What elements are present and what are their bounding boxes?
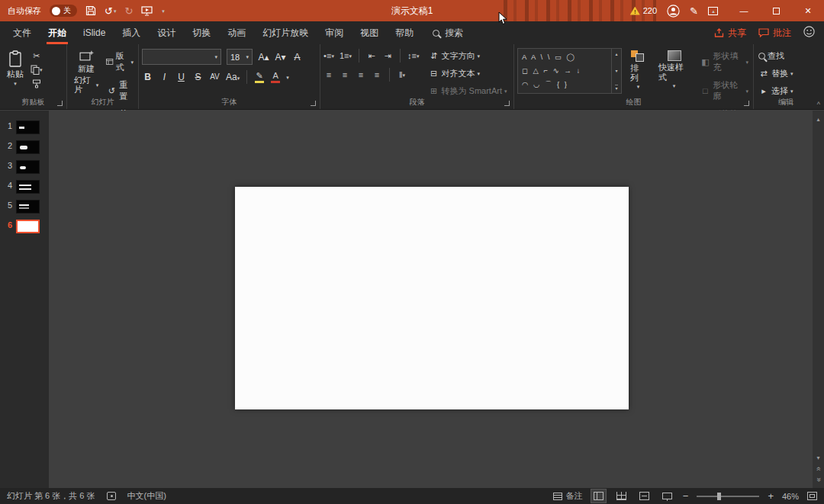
align-left-icon[interactable]: ≡ bbox=[323, 71, 334, 79]
text-highlight-button[interactable]: ✎ bbox=[254, 72, 265, 83]
slideshow-view-button[interactable] bbox=[660, 490, 674, 502]
gallery-more-icon[interactable]: ▾ bbox=[615, 85, 617, 91]
find-button[interactable]: 查找 bbox=[757, 50, 815, 63]
tab-transitions[interactable]: 切换 bbox=[184, 21, 219, 44]
tab-islide[interactable]: iSlide bbox=[75, 21, 114, 44]
cut-icon[interactable]: ✂ bbox=[31, 52, 43, 60]
scroll-up-icon[interactable]: ▴ bbox=[816, 114, 819, 125]
ribbon-display-options-icon[interactable]: ▴ bbox=[708, 7, 718, 15]
copy-icon[interactable]: ▾ bbox=[31, 65, 43, 75]
strikethrough-button[interactable]: S bbox=[192, 72, 204, 82]
pen-input-icon[interactable]: ✎ bbox=[690, 6, 698, 16]
numbering-icon[interactable]: 1≡▾ bbox=[340, 52, 352, 60]
grow-font-button[interactable]: A▴ bbox=[258, 53, 269, 62]
layout-button[interactable]: 版式▾ bbox=[105, 50, 135, 74]
zoom-slider[interactable] bbox=[697, 496, 759, 497]
new-slide-button[interactable]: 新建 幻灯片▾ bbox=[70, 48, 102, 97]
justify-icon[interactable]: ≡ bbox=[372, 71, 382, 79]
slide-counter[interactable]: 幻灯片 第 6 张，共 6 张 bbox=[7, 490, 95, 502]
align-center-icon[interactable]: ≡ bbox=[340, 71, 350, 79]
bullets-icon[interactable]: •≡▾ bbox=[323, 52, 334, 60]
clipboard-dialog-launcher[interactable] bbox=[57, 101, 63, 106]
zoom-slider-thumb[interactable] bbox=[717, 493, 721, 500]
slide-thumbnail-1[interactable]: 1 bbox=[0, 117, 49, 137]
slide-sorter-view-button[interactable] bbox=[614, 490, 629, 502]
clear-formatting-button[interactable]: A bbox=[291, 53, 303, 62]
slide-editing-surface[interactable] bbox=[235, 187, 629, 409]
paste-button[interactable]: 粘贴 ▾ bbox=[3, 48, 27, 97]
convert-smartart-button[interactable]: ⊞ 转换为 SmartArt▾ bbox=[427, 85, 509, 98]
line-spacing-icon[interactable]: ↕≡▾ bbox=[407, 52, 419, 60]
comments-button[interactable]: 批注 bbox=[758, 27, 791, 40]
qat-customize-icon[interactable]: ▾ bbox=[161, 8, 165, 14]
tab-design[interactable]: 设计 bbox=[149, 21, 184, 44]
shape-fill-button[interactable]: ◧ 形状填充▾ bbox=[698, 50, 750, 74]
scroll-down-icon[interactable]: ▾ bbox=[816, 452, 819, 464]
increase-indent-icon[interactable]: ⇥ bbox=[382, 52, 393, 60]
character-spacing-button[interactable]: AV bbox=[209, 73, 220, 81]
slide-thumbnail-5[interactable]: 5 bbox=[0, 197, 49, 217]
notes-button[interactable]: 备注 bbox=[553, 490, 583, 502]
zoom-level[interactable]: 46% bbox=[782, 492, 799, 501]
tab-animations[interactable]: 动画 bbox=[219, 21, 254, 44]
bold-button[interactable]: B bbox=[142, 72, 153, 82]
change-case-button[interactable]: Aa▾ bbox=[226, 72, 240, 82]
tab-slideshow[interactable]: 幻灯片放映 bbox=[254, 21, 317, 44]
shapes-gallery-grid[interactable]: A A \ \ ▭ ◯ ◻ △ ⌐ ∿ → ↓ ◠ ◡ ⌒ { } bbox=[517, 48, 612, 94]
zoom-out-button[interactable]: − bbox=[683, 491, 689, 501]
undo-icon[interactable]: ↺▾ bbox=[105, 6, 116, 16]
normal-view-button[interactable] bbox=[591, 490, 606, 502]
tab-file[interactable]: 文件 bbox=[5, 21, 40, 44]
reading-view-button[interactable] bbox=[637, 490, 652, 502]
start-slideshow-icon[interactable] bbox=[141, 6, 153, 16]
tab-home[interactable]: 开始 bbox=[40, 21, 75, 44]
gallery-scroll-down-icon[interactable]: ▾ bbox=[615, 68, 617, 73]
font-dialog-launcher[interactable] bbox=[311, 101, 316, 106]
redo-icon[interactable]: ↻ bbox=[124, 6, 133, 16]
columns-icon[interactable]: ‖▾ bbox=[397, 71, 407, 79]
shrink-font-button[interactable]: A▾ bbox=[275, 53, 286, 62]
paragraph-dialog-launcher[interactable] bbox=[504, 101, 510, 106]
underline-button[interactable]: U bbox=[175, 72, 187, 82]
feedback-smiley-icon[interactable] bbox=[803, 26, 815, 40]
quick-styles-button[interactable]: 快速样式 ▾ bbox=[655, 48, 694, 97]
share-button[interactable]: 共享 bbox=[714, 27, 746, 40]
slide-thumbnail-4[interactable]: 4 bbox=[0, 177, 49, 197]
gallery-scroll-up-icon[interactable]: ▴ bbox=[615, 51, 617, 56]
language-indicator[interactable]: 中文(中国) bbox=[127, 490, 166, 502]
font-color-button[interactable]: A bbox=[270, 72, 281, 83]
collapse-ribbon-icon[interactable]: ^ bbox=[817, 101, 820, 108]
italic-button[interactable]: I bbox=[159, 72, 170, 82]
slide-thumbnail-2[interactable]: 2 bbox=[0, 137, 49, 157]
tab-insert[interactable]: 插入 bbox=[114, 21, 149, 44]
tab-review[interactable]: 审阅 bbox=[317, 21, 352, 44]
warning-badge[interactable]: ! 220 bbox=[630, 6, 657, 15]
align-right-icon[interactable]: ≡ bbox=[356, 71, 366, 79]
tab-view[interactable]: 视图 bbox=[352, 21, 387, 44]
minimize-button[interactable]: — bbox=[728, 0, 760, 21]
slide-thumbnail-6-selected[interactable]: 6 bbox=[0, 217, 49, 236]
account-avatar[interactable] bbox=[667, 5, 680, 18]
zoom-in-button[interactable]: + bbox=[768, 491, 774, 501]
arrange-button[interactable]: 排列 ▾ bbox=[626, 48, 650, 97]
decrease-indent-icon[interactable]: ⇤ bbox=[366, 52, 377, 60]
align-text-button[interactable]: ⊟ 对齐文本▾ bbox=[427, 67, 509, 80]
close-button[interactable]: ✕ bbox=[792, 0, 824, 21]
tab-help[interactable]: 帮助 bbox=[387, 21, 422, 44]
select-button[interactable]: ▸ 选择▾ bbox=[757, 85, 815, 98]
previous-slide-icon[interactable]: » bbox=[813, 467, 824, 471]
font-size-combo[interactable]: 18 ▾ bbox=[227, 49, 253, 65]
format-painter-icon[interactable] bbox=[31, 79, 43, 88]
maximize-button[interactable] bbox=[760, 0, 792, 21]
drawing-dialog-launcher[interactable] bbox=[744, 101, 749, 106]
search-box[interactable]: 搜索 bbox=[433, 21, 463, 44]
text-direction-button[interactable]: ⇵ 文字方向▾ bbox=[427, 50, 509, 63]
replace-button[interactable]: ⇄ 替换▾ bbox=[757, 67, 815, 80]
accessibility-checker-icon[interactable] bbox=[107, 492, 116, 500]
font-name-combo[interactable]: ▾ bbox=[142, 49, 221, 65]
slide-thumbnail-3[interactable]: 3 bbox=[0, 157, 49, 177]
save-icon[interactable] bbox=[85, 5, 96, 16]
next-slide-icon[interactable]: » bbox=[813, 477, 824, 482]
fit-slide-to-window-icon[interactable] bbox=[807, 492, 817, 500]
autosave-toggle[interactable]: 关 bbox=[50, 5, 77, 17]
